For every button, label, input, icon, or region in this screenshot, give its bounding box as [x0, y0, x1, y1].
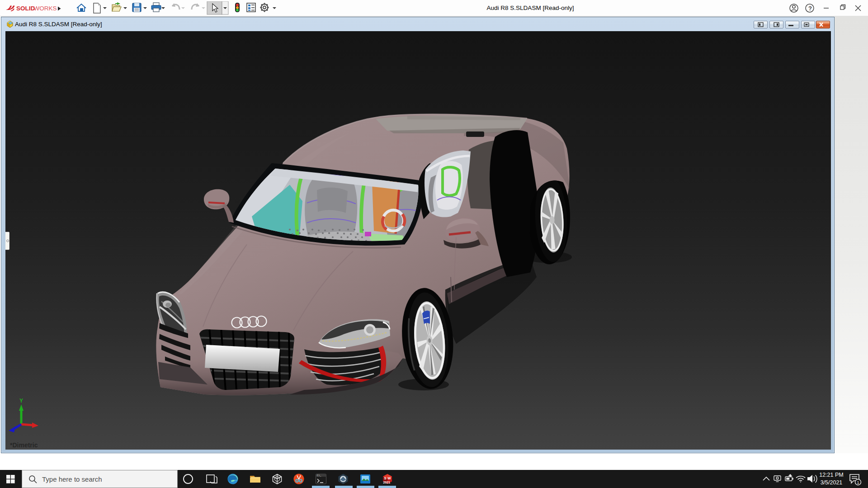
- svg-text:1: 1: [857, 480, 859, 485]
- svg-text:C:\_: C:\_: [317, 474, 321, 477]
- svg-text:SOLID: SOLID: [16, 5, 35, 12]
- svg-text:2021: 2021: [383, 481, 391, 484]
- svg-text:WORKS: WORKS: [34, 5, 57, 12]
- svg-text:?: ?: [808, 5, 812, 12]
- svg-text:S: S: [384, 476, 387, 480]
- svg-text:W: W: [388, 476, 392, 480]
- svg-text:Y: Y: [19, 398, 23, 404]
